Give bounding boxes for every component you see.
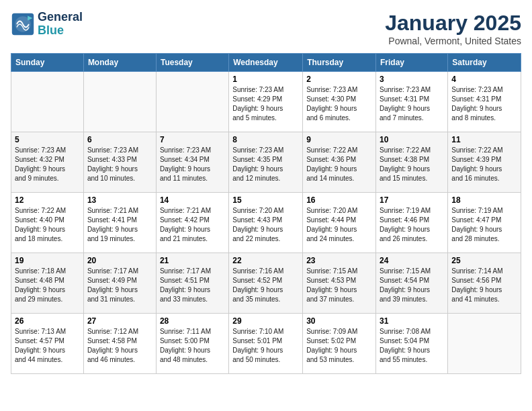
day-cell: 22Sunrise: 7:16 AMSunset: 4:52 PMDayligh… [229,253,303,314]
day-cell: 29Sunrise: 7:10 AMSunset: 5:01 PMDayligh… [229,314,303,374]
day-cell: 9Sunrise: 7:22 AMSunset: 4:36 PMDaylight… [303,132,376,193]
day-cell: 8Sunrise: 7:23 AMSunset: 4:35 PMDaylight… [229,132,303,193]
logo: General Blue [11,11,83,38]
day-info: Sunrise: 7:13 AMSunset: 4:57 PMDaylight:… [15,327,80,365]
calendar-table: SundayMondayTuesdayWednesdayThursdayFrid… [11,53,521,374]
day-cell: 24Sunrise: 7:15 AMSunset: 4:54 PMDayligh… [376,253,448,314]
day-cell: 23Sunrise: 7:15 AMSunset: 4:53 PMDayligh… [303,253,376,314]
day-number: 25 [451,256,517,265]
day-info: Sunrise: 7:23 AMSunset: 4:33 PMDaylight:… [87,146,152,183]
week-row-2: 5Sunrise: 7:23 AMSunset: 4:32 PMDaylight… [11,132,521,193]
day-cell: 19Sunrise: 7:18 AMSunset: 4:48 PMDayligh… [11,253,84,314]
day-cell: 27Sunrise: 7:12 AMSunset: 4:58 PMDayligh… [83,314,156,374]
weekday-header-row: SundayMondayTuesdayWednesdayThursdayFrid… [11,54,521,72]
weekday-header-wednesday: Wednesday [229,54,303,72]
day-info: Sunrise: 7:22 AMSunset: 4:36 PMDaylight:… [306,146,372,183]
day-info: Sunrise: 7:23 AMSunset: 4:29 PMDaylight:… [232,85,299,123]
day-number: 3 [380,75,444,84]
day-info: Sunrise: 7:23 AMSunset: 4:32 PMDaylight:… [15,146,80,183]
day-cell [448,314,521,374]
day-cell: 28Sunrise: 7:11 AMSunset: 5:00 PMDayligh… [156,314,228,374]
day-number: 7 [160,135,225,144]
day-info: Sunrise: 7:23 AMSunset: 4:31 PMDaylight:… [380,85,444,123]
day-number: 31 [380,316,444,326]
day-cell: 18Sunrise: 7:19 AMSunset: 4:47 PMDayligh… [448,193,521,253]
day-cell: 26Sunrise: 7:13 AMSunset: 4:57 PMDayligh… [11,314,84,374]
day-info: Sunrise: 7:14 AMSunset: 4:56 PMDaylight:… [451,267,517,304]
day-number: 17 [380,195,444,205]
day-cell: 4Sunrise: 7:23 AMSunset: 4:31 PMDaylight… [448,72,521,132]
logo-icon [11,12,35,36]
day-cell: 25Sunrise: 7:14 AMSunset: 4:56 PMDayligh… [448,253,521,314]
day-cell: 14Sunrise: 7:21 AMSunset: 4:42 PMDayligh… [156,193,228,253]
day-info: Sunrise: 7:10 AMSunset: 5:01 PMDaylight:… [232,327,299,365]
day-info: Sunrise: 7:22 AMSunset: 4:39 PMDaylight:… [451,146,517,183]
day-cell: 1Sunrise: 7:23 AMSunset: 4:29 PMDaylight… [229,72,303,132]
day-cell: 31Sunrise: 7:08 AMSunset: 5:04 PMDayligh… [376,314,448,374]
weekday-header-thursday: Thursday [303,54,376,72]
month-title: January 2025 [385,11,521,36]
day-number: 4 [451,75,517,84]
day-info: Sunrise: 7:23 AMSunset: 4:34 PMDaylight:… [160,146,225,183]
day-info: Sunrise: 7:23 AMSunset: 4:30 PMDaylight:… [306,85,372,123]
weekday-header-sunday: Sunday [11,54,84,72]
day-number: 16 [306,195,372,205]
day-cell: 2Sunrise: 7:23 AMSunset: 4:30 PMDaylight… [303,72,376,132]
day-number: 19 [15,256,80,265]
day-cell: 17Sunrise: 7:19 AMSunset: 4:46 PMDayligh… [376,193,448,253]
weekday-header-monday: Monday [83,54,156,72]
day-cell: 30Sunrise: 7:09 AMSunset: 5:02 PMDayligh… [303,314,376,374]
weekday-header-tuesday: Tuesday [156,54,228,72]
weekday-header-saturday: Saturday [448,54,521,72]
day-info: Sunrise: 7:22 AMSunset: 4:40 PMDaylight:… [15,206,80,244]
day-number: 14 [160,195,225,205]
day-number: 26 [15,316,80,326]
day-cell: 6Sunrise: 7:23 AMSunset: 4:33 PMDaylight… [83,132,156,193]
day-number: 8 [232,135,299,144]
day-cell: 20Sunrise: 7:17 AMSunset: 4:49 PMDayligh… [83,253,156,314]
day-info: Sunrise: 7:15 AMSunset: 4:54 PMDaylight:… [380,267,444,304]
day-cell: 15Sunrise: 7:20 AMSunset: 4:43 PMDayligh… [229,193,303,253]
day-number: 30 [306,316,372,326]
location: Pownal, Vermont, United States [385,36,521,46]
day-number: 11 [451,135,517,144]
day-cell: 11Sunrise: 7:22 AMSunset: 4:39 PMDayligh… [448,132,521,193]
day-number: 23 [306,256,372,265]
day-cell: 16Sunrise: 7:20 AMSunset: 4:44 PMDayligh… [303,193,376,253]
day-cell [83,72,156,132]
day-cell: 3Sunrise: 7:23 AMSunset: 4:31 PMDaylight… [376,72,448,132]
day-number: 9 [306,135,372,144]
day-info: Sunrise: 7:23 AMSunset: 4:31 PMDaylight:… [451,85,517,123]
day-number: 22 [232,256,299,265]
day-info: Sunrise: 7:08 AMSunset: 5:04 PMDaylight:… [380,327,444,365]
day-cell [156,72,228,132]
day-number: 28 [160,316,225,326]
day-number: 2 [306,75,372,84]
day-info: Sunrise: 7:19 AMSunset: 4:47 PMDaylight:… [451,206,517,244]
day-cell: 10Sunrise: 7:22 AMSunset: 4:38 PMDayligh… [376,132,448,193]
day-number: 18 [451,195,517,205]
day-cell: 7Sunrise: 7:23 AMSunset: 4:34 PMDaylight… [156,132,228,193]
day-info: Sunrise: 7:15 AMSunset: 4:53 PMDaylight:… [306,267,372,304]
day-info: Sunrise: 7:11 AMSunset: 5:00 PMDaylight:… [160,327,225,365]
day-cell: 21Sunrise: 7:17 AMSunset: 4:51 PMDayligh… [156,253,228,314]
day-cell [11,72,84,132]
day-number: 27 [87,316,152,326]
day-info: Sunrise: 7:20 AMSunset: 4:43 PMDaylight:… [232,206,299,244]
day-number: 1 [232,75,299,84]
page-header: General Blue January 2025 Pownal, Vermon… [11,11,521,46]
week-row-5: 26Sunrise: 7:13 AMSunset: 4:57 PMDayligh… [11,314,521,374]
weekday-header-friday: Friday [376,54,448,72]
day-info: Sunrise: 7:20 AMSunset: 4:44 PMDaylight:… [306,206,372,244]
day-number: 21 [160,256,225,265]
logo-text: General Blue [38,11,83,38]
day-cell: 5Sunrise: 7:23 AMSunset: 4:32 PMDaylight… [11,132,84,193]
day-number: 5 [15,135,80,144]
day-number: 6 [87,135,152,144]
day-info: Sunrise: 7:16 AMSunset: 4:52 PMDaylight:… [232,267,299,304]
day-number: 12 [15,195,80,205]
week-row-4: 19Sunrise: 7:18 AMSunset: 4:48 PMDayligh… [11,253,521,314]
week-row-3: 12Sunrise: 7:22 AMSunset: 4:40 PMDayligh… [11,193,521,253]
day-info: Sunrise: 7:17 AMSunset: 4:51 PMDaylight:… [160,267,225,304]
day-info: Sunrise: 7:09 AMSunset: 5:02 PMDaylight:… [306,327,372,365]
